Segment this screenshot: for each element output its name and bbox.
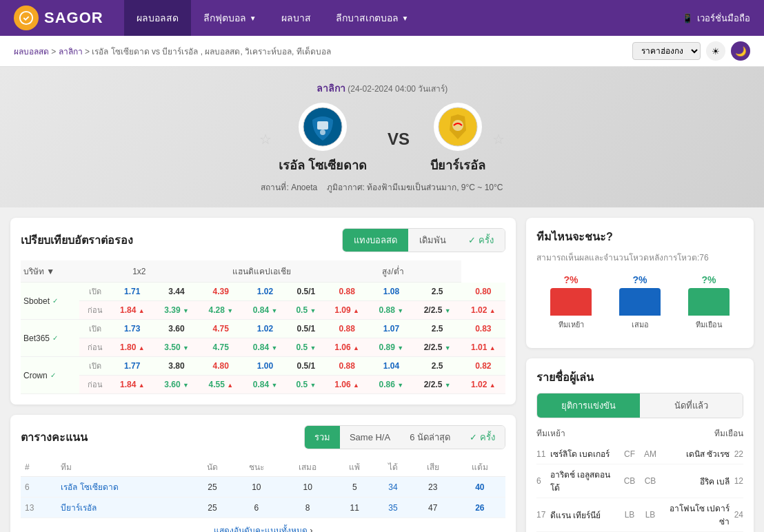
pts: 40: [454, 477, 505, 498]
teams-row: เรอัล โซเซียดาด VS บียาร์เรอัล: [279, 103, 485, 175]
breadcrumb-link-league[interactable]: ลาลิกา: [59, 47, 83, 57]
right-column: ทีมไหนจะชนะ? สามารถเห็นผลและจำนวนโหวดหลั…: [526, 218, 754, 532]
predict-home: ?% ทีมเหย้า: [550, 274, 592, 331]
odds-ou-h: 1.04: [369, 357, 413, 376]
breadcrumb-current: เรอัล โซเซียดาด vs บียาร์เรอัล , ผลบอลสด…: [92, 47, 330, 57]
predict-away: ?% ทีมเยือน: [688, 274, 730, 331]
prev-ou-line: 2/2.5 ▼: [414, 338, 461, 357]
pts: 26: [454, 498, 505, 518]
nav-item-basketball-league[interactable]: ลีกบาสเกตบอล ▼: [323, 0, 421, 36]
win: 10: [232, 477, 281, 498]
arrow-down-icon: ▼: [397, 382, 403, 389]
nav-item-football[interactable]: ลีกฟุตบอล ▼: [191, 0, 269, 36]
tab-last-match[interactable]: นัดที่แล้ว: [640, 393, 743, 418]
team-name-cell: เรอัล โซเซียดาด: [57, 477, 192, 498]
team-name-cell: บียาร์เรอัล: [57, 498, 192, 518]
odds-ou-l: 0.83: [461, 320, 505, 338]
odds-table: บริษัท ▼ 1x2 แฮนดิแคปเอเชีย สูง/ต่ำ Sbob…: [21, 260, 505, 394]
arrow-down-icon: ▼: [183, 307, 189, 314]
tab-bet[interactable]: เดิมพัน: [408, 229, 457, 252]
odds-hcap-h: 1.02: [243, 283, 287, 301]
gf[interactable]: 34: [374, 477, 412, 498]
theme-light-button[interactable]: ☀: [706, 41, 725, 61]
away-team-logo: [434, 103, 482, 151]
player-pos-home: LB: [619, 510, 640, 520]
prev-1x2-a: 4.55 ▲: [199, 376, 243, 394]
favorite-away-star[interactable]: ☆: [492, 131, 505, 147]
prev-hcap-line: 0.5 ▼: [288, 338, 325, 357]
player-pos-home: CF: [619, 449, 640, 459]
tab-overall[interactable]: รวม: [305, 426, 340, 449]
played: 25: [192, 498, 232, 518]
standings-panel: ตารางคะแนน รวม Same H/A 6 นัดล่าสุด ✓ คร…: [10, 415, 516, 532]
arrow-down-icon: ▼: [310, 307, 316, 314]
player-pos-home: CB: [619, 476, 640, 486]
arrow-up-icon: ▲: [490, 307, 496, 314]
players-list: 11 เซร์ลิโด เบดเกอร์ CF AM เดนิส ซัวเรซ …: [536, 444, 743, 532]
logo[interactable]: SAGOR: [14, 6, 103, 30]
arrow-down-icon: ▼: [445, 382, 451, 389]
standings-tabs: รวม Same H/A 6 นัดล่าสุด ✓ ครั้ง: [304, 425, 505, 449]
odds-ou-line: 2.5: [414, 320, 461, 338]
player-pos-away: AM: [640, 449, 661, 459]
tab-standings-check[interactable]: ✓ ครั้ง: [460, 426, 505, 449]
odds-1x2-h: 1.73: [110, 320, 154, 338]
region-select[interactable]: ราคาฮ่องกง: [632, 42, 701, 60]
left-column: เปรียบเทียบอัตราต่อรอง แทงบอลสด เดิมพัน …: [10, 218, 516, 532]
match-extra: สถานที่: Anoeta ภูมิอากาศ: ท้องฟ้ามีเมฆเ…: [14, 181, 750, 194]
tab-check[interactable]: ✓ ครั้ง: [457, 229, 505, 252]
predict-bar-home: [550, 288, 592, 316]
tab-suspension[interactable]: ยุติการแข่งขัน: [537, 393, 640, 418]
list-item: 17 ดีแรน เทียร์นีย์ LB LB อาโฟนโซ เปดาร์…: [536, 498, 743, 532]
prev-label: ก่อน: [79, 376, 110, 394]
team-name-link[interactable]: เรอัล โซเซียดาด: [61, 482, 118, 492]
tab-live-bet[interactable]: แทงบอลสด: [343, 229, 408, 252]
prev-hcap-line: 0.5 ▼: [288, 376, 325, 394]
match-info: ลาลิกา (24-02-2024 04:00 วันเสาร์): [14, 81, 750, 96]
odds-1x2-d: 3.80: [154, 357, 199, 376]
nav-item-basketball[interactable]: ผลบาส: [269, 0, 323, 36]
team-name-link[interactable]: บียาร์เรอัล: [61, 503, 97, 513]
weather: ภูมิอากาศ: ท้องฟ้ามีเมฆเป็นส่วนมาก, 9°C …: [327, 183, 503, 192]
view-all-link[interactable]: แสดงอันดับคะแนนทั้งหมด: [214, 526, 308, 532]
odds-hcap-line: 0.5/1: [288, 320, 325, 338]
home-team: เรอัล โซเซียดาด: [279, 103, 367, 175]
breadcrumb-link-live[interactable]: ผลบอลสด: [14, 47, 49, 57]
players-panel: รายชื่อผู้เล่น ยุติการแข่งขัน นัดที่แล้ว…: [526, 358, 754, 532]
arrow-down-icon: ▼: [271, 382, 277, 389]
arrow-down-icon: ▼: [310, 382, 316, 389]
list-item: 11 เซร์ลิโด เบดเกอร์ CF AM เดนิส ซัวเรซ …: [536, 444, 743, 464]
tab-same-ha[interactable]: Same H/A: [340, 426, 400, 449]
gf[interactable]: 35: [374, 498, 412, 518]
prev-hcap-h: 0.84 ▼: [243, 376, 287, 394]
favorite-home-star[interactable]: ☆: [259, 131, 272, 147]
nav-item-live[interactable]: ผลบอลสด: [124, 0, 191, 36]
arrow-up-icon: ▲: [353, 345, 359, 351]
player-name-away: อีริค เบลี: [661, 475, 730, 488]
th-played: นัด: [192, 458, 232, 477]
odds-1x2-h: 1.71: [110, 283, 154, 301]
league-title: ลาลิกา: [316, 83, 345, 94]
odds-1x2-a: 4.75: [199, 320, 243, 338]
mobile-version[interactable]: 📱 เวอร์ชั่นมือถือ: [682, 11, 750, 25]
odds-ou-h: 1.07: [369, 320, 413, 338]
main-nav: ผลบอลสด ลีกฟุตบอล ▼ ผลบาส ลีกบาสเกตบอล ▼: [124, 0, 421, 36]
theme-dark-button[interactable]: 🌙: [731, 41, 750, 61]
prev-label: ก่อน: [79, 338, 110, 357]
tab-last6[interactable]: 6 นัดล่าสุด: [400, 426, 460, 449]
match-hero: ลาลิกา (24-02-2024 04:00 วันเสาร์) ☆ เรอ…: [0, 67, 764, 207]
list-item: 6 อาริตช์ เอลูสตอนโด้ CB CB อีริค เบลี 1…: [536, 464, 743, 498]
svg-point-3: [320, 130, 325, 135]
th-team: ทีม: [57, 458, 192, 477]
prev-hcap-h: 0.84 ▼: [243, 301, 287, 320]
prev-hcap-a: 1.06 ▲: [325, 376, 369, 394]
arrow-up-icon: ▲: [139, 382, 145, 389]
view-all: แสดงอันดับคะแนนทั้งหมด ›: [21, 518, 505, 532]
draw: 10: [281, 477, 334, 498]
table-row: ก่อน 1.80 ▲ 3.50 ▼ 4.75 0.84 ▼ 0.5 ▼ 1.0…: [21, 338, 505, 357]
col-1x2: 1x2: [79, 260, 199, 283]
company-name: Crown: [23, 371, 48, 380]
odds-tab-group: แทงบอลสด เดิมพัน ✓ ครั้ง: [342, 228, 505, 252]
rank-num: 13: [21, 498, 57, 518]
table-row: Sbobet ✓ เปิด 1.71 3.44 4.39 1.02 0.5/1 …: [21, 283, 505, 301]
